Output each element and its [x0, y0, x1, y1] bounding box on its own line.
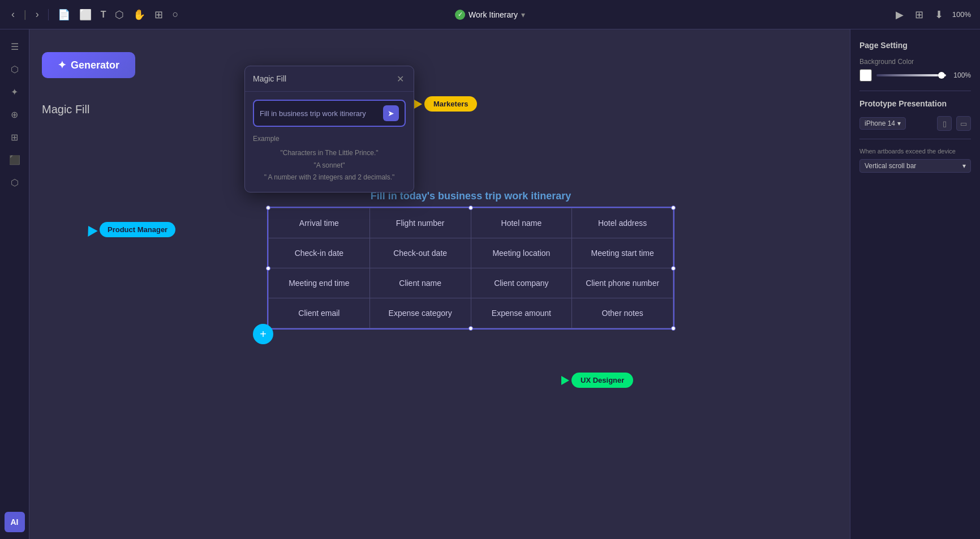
page-setting-title: Page Setting: [859, 41, 971, 50]
cursor-arrow-green-icon: [561, 376, 569, 385]
component-icon[interactable]: ⊞: [152, 6, 165, 23]
cell-r0-c1[interactable]: Flight number: [369, 208, 471, 238]
product-manager-tag: Product Manager: [100, 222, 175, 237]
forward-icon[interactable]: ›: [33, 6, 41, 23]
example-item-3: " A number with 2 integers and 2 decimal…: [253, 172, 406, 184]
chevron-down-icon[interactable]: ▾: [521, 10, 525, 19]
handle-mid-left[interactable]: [266, 266, 270, 271]
exceed-label: When artboards exceed the device: [859, 147, 971, 156]
hand-icon[interactable]: ✋: [131, 6, 148, 23]
divider-1: [859, 91, 971, 91]
cell-r3-c1[interactable]: Expense category: [369, 298, 471, 328]
color-swatch[interactable]: [859, 69, 872, 82]
circle-icon[interactable]: ○: [170, 6, 180, 23]
marketers-tag: Marketers: [424, 96, 477, 112]
popup-title: Magic Fill: [253, 74, 286, 83]
cell-r3-c3[interactable]: Other notes: [572, 298, 673, 328]
table-row: Meeting end timeClient nameClient compan…: [269, 268, 673, 298]
left-sidebar: ☰ ⬡ ✦ ⊕ ⊞ ⬛ ⬡ AI: [0, 29, 29, 539]
portrait-icon[interactable]: ▯: [937, 116, 952, 131]
file-icon[interactable]: 📄: [55, 6, 72, 23]
table-row: Client emailExpense categoryExpense amou…: [269, 298, 673, 328]
send-icon: ➤: [388, 109, 394, 118]
top-toolbar: ‹ | › 📄 ⬜ T ⬡ ✋ ⊞ ○ ✓ Work Itinerary ▾ ▶…: [0, 0, 980, 29]
ai-button[interactable]: AI: [5, 512, 25, 532]
zoom-level[interactable]: 100%: [952, 10, 971, 19]
cell-r3-c2[interactable]: Expense amount: [471, 298, 572, 328]
grid-view-icon[interactable]: ⊞: [913, 6, 926, 23]
back-icon[interactable]: ‹: [9, 6, 17, 23]
popup-close-button[interactable]: ✕: [394, 73, 406, 84]
product-manager-cursor: Product Manager: [85, 222, 175, 237]
cursor-arrow-yellow-icon: [414, 100, 422, 109]
cell-r1-c2[interactable]: Meeting location: [471, 238, 572, 268]
opacity-slider[interactable]: [876, 74, 946, 76]
cell-r1-c1[interactable]: Check-out date: [369, 238, 471, 268]
table-selection-wrapper: Arrival timeFlight numberHotel nameHotel…: [267, 207, 674, 330]
add-row-button[interactable]: +: [253, 324, 273, 344]
landscape-icon[interactable]: ▭: [956, 116, 971, 131]
cell-r0-c3[interactable]: Hotel address: [572, 208, 673, 238]
handle-bot-center[interactable]: [468, 326, 473, 331]
check-icon: ✓: [455, 10, 465, 20]
cell-r1-c0[interactable]: Check-in date: [269, 238, 370, 268]
cursor-arrow-blue-icon: [83, 223, 97, 237]
sidebar-assets-icon[interactable]: ✦: [5, 82, 25, 102]
example-item-1: "Characters in The Little Prince.": [253, 147, 406, 160]
sidebar-plugins-icon[interactable]: ⊕: [5, 104, 25, 125]
generator-button[interactable]: ✦ Generator: [42, 52, 135, 78]
ux-designer-tag: UX Designer: [571, 373, 633, 388]
play-icon[interactable]: ▶: [893, 6, 906, 23]
magic-fill-sidebar-label: Magic Fill: [42, 103, 89, 116]
ux-designer-cursor: UX Designer: [561, 373, 633, 388]
device-select[interactable]: iPhone 14 ▾: [859, 117, 906, 130]
text-icon[interactable]: T: [98, 7, 109, 22]
prompt-input[interactable]: Fill in business trip work itinerary: [260, 109, 380, 118]
scroll-chevron-icon: ▾: [962, 162, 966, 170]
canvas: ✦ Generator Magic Fill Magic Fill ✕ Fill…: [29, 29, 850, 539]
table-container: Fill in today's business trip work itine…: [267, 190, 674, 330]
cell-r2-c2[interactable]: Client company: [471, 268, 572, 298]
cell-r0-c2[interactable]: Hotel name: [471, 208, 572, 238]
cell-r2-c3[interactable]: Client phone number: [572, 268, 673, 298]
cell-r2-c1[interactable]: Client name: [369, 268, 471, 298]
toolbar-center: ✓ Work Itinerary ▾: [455, 10, 525, 20]
handle-bot-right[interactable]: [671, 326, 676, 331]
sidebar-menu-icon[interactable]: ☰: [5, 36, 25, 57]
separator-1: [48, 9, 49, 20]
popup-body: Fill in business trip work itinerary ➤ E…: [245, 92, 414, 192]
handle-mid-right[interactable]: [671, 266, 676, 271]
frame-icon[interactable]: ⬜: [77, 6, 94, 23]
handle-top-center[interactable]: [468, 206, 473, 210]
prototype-title: Prototype Presentation: [859, 99, 971, 108]
generator-label: Generator: [71, 59, 119, 71]
scroll-label: Vertical scroll bar: [865, 162, 916, 170]
shapes-icon[interactable]: ⬡: [113, 6, 126, 23]
sidebar-misc-icon[interactable]: ⬡: [5, 172, 25, 192]
sidebar-layers-icon[interactable]: ⬡: [5, 59, 25, 79]
example-item-2: "A sonnet": [253, 160, 406, 172]
itinerary-table: Arrival timeFlight numberHotel nameHotel…: [268, 208, 673, 328]
cell-r0-c0[interactable]: Arrival time: [269, 208, 370, 238]
slider-thumb: [938, 72, 945, 79]
title-area: ✓ Work Itinerary ▾: [455, 10, 525, 20]
table-row: Check-in dateCheck-out dateMeeting locat…: [269, 238, 673, 268]
cell-r3-c0[interactable]: Client email: [269, 298, 370, 328]
sidebar-components-icon[interactable]: ⊞: [5, 127, 25, 147]
handle-top-left[interactable]: [266, 206, 270, 210]
device-row: iPhone 14 ▾ ▯ ▭: [859, 116, 971, 131]
device-icons: ▯ ▭: [937, 116, 971, 131]
download-icon[interactable]: ⬇: [932, 6, 945, 23]
cell-r2-c0[interactable]: Meeting end time: [269, 268, 370, 298]
popup-header: Magic Fill ✕: [245, 66, 414, 92]
handle-top-right[interactable]: [671, 206, 676, 210]
sidebar-shapes-icon[interactable]: ⬛: [5, 149, 25, 170]
scroll-select[interactable]: Vertical scroll bar ▾: [859, 159, 971, 173]
table-row: Arrival timeFlight numberHotel nameHotel…: [269, 208, 673, 238]
marketers-cursor: Marketers: [414, 96, 477, 112]
cell-r1-c3[interactable]: Meeting start time: [572, 238, 673, 268]
sparkle-icon: ✦: [58, 59, 66, 71]
example-label: Example: [253, 135, 406, 143]
magic-fill-popup: Magic Fill ✕ Fill in business trip work …: [244, 66, 414, 192]
send-button[interactable]: ➤: [383, 105, 399, 121]
